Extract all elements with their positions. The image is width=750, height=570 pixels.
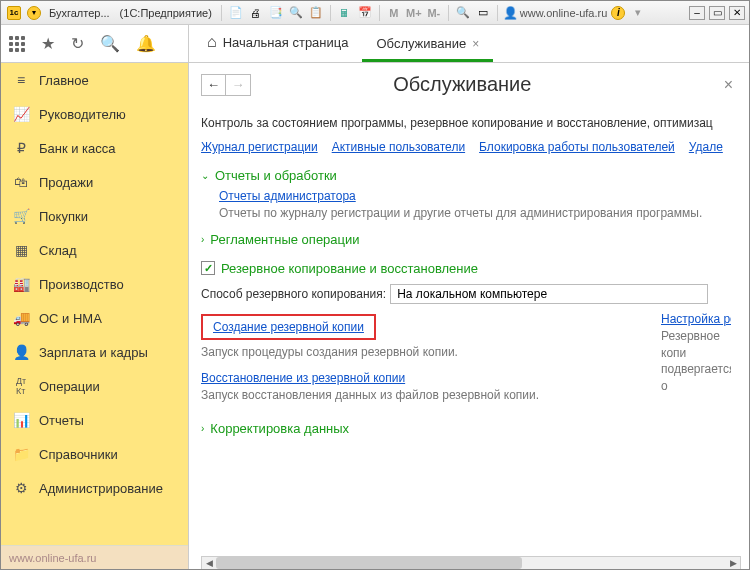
gear-icon: ⚙: [13, 480, 29, 496]
quick-links: Журнал регистрации Активные пользователи…: [201, 140, 731, 154]
page-description: Контроль за состоянием программы, резерв…: [201, 116, 731, 130]
reports-desc: Отчеты по журналу регистрации и другие о…: [219, 205, 731, 222]
sidebar-item-label: Операции: [39, 379, 100, 394]
backup-method-label: Способ резервного копирования:: [201, 287, 386, 301]
sidebar: ≡Главное 📈Руководителю ₽Банк и касса 🛍Пр…: [1, 63, 189, 570]
minimize-button[interactable]: –: [689, 6, 705, 20]
tab-label: Обслуживание: [376, 36, 466, 51]
app-logo-icon: 1c: [5, 4, 23, 22]
sidebar-item-sales[interactable]: 🛍Продажи: [1, 165, 188, 199]
sidebar-item-label: Производство: [39, 277, 124, 292]
sidebar-item-bank[interactable]: ₽Банк и касса: [1, 131, 188, 165]
calendar-icon[interactable]: 📅: [356, 4, 374, 22]
section-title: Регламентные операции: [210, 232, 359, 247]
backup-settings-desc: Резервное копи подвергается о: [661, 328, 731, 395]
content-area: ← → Обслуживание × Контроль за состояние…: [189, 63, 749, 570]
sidebar-item-purchases[interactable]: 🛒Покупки: [1, 199, 188, 233]
section-title: Корректировка данных: [210, 421, 349, 436]
tab-close-icon[interactable]: ×: [472, 37, 479, 51]
sidebar-item-label: Банк и касса: [39, 141, 116, 156]
sidebar-item-label: Зарплата и кадры: [39, 345, 148, 360]
sidebar-item-production[interactable]: 🏭Производство: [1, 267, 188, 301]
link-active-users[interactable]: Активные пользователи: [332, 140, 465, 154]
scroll-right-icon[interactable]: ▶: [726, 557, 740, 569]
person-icon: 👤: [13, 344, 29, 360]
dropdown-icon[interactable]: ▾: [629, 4, 647, 22]
toolbar-icon[interactable]: 🖨: [247, 4, 265, 22]
toolbar-icon[interactable]: 📄: [227, 4, 245, 22]
link-create-backup[interactable]: Создание резервной копии: [213, 320, 364, 334]
backup-checkbox[interactable]: ✓: [201, 261, 215, 275]
window-title: Бухгалтер...: [49, 7, 110, 19]
link-admin-reports[interactable]: Отчеты администратора: [219, 189, 356, 203]
scrollbar-horizontal[interactable]: ◀ ▶: [201, 556, 741, 570]
tab-maintenance[interactable]: Обслуживание ×: [362, 28, 493, 62]
divider: [448, 5, 449, 21]
link-user-lock[interactable]: Блокировка работы пользователей: [479, 140, 675, 154]
restore-backup-desc: Запуск восстановления данных из файлов р…: [201, 387, 641, 404]
section-reports-header[interactable]: ⌄ Отчеты и обработки: [201, 168, 731, 183]
user-icon: 👤: [503, 6, 518, 20]
search-icon[interactable]: 🔍: [100, 34, 120, 53]
sidebar-footer: www.online-ufa.ru: [1, 545, 188, 570]
preview-icon[interactable]: 🔍: [287, 4, 305, 22]
sidebar-item-main[interactable]: ≡Главное: [1, 63, 188, 97]
tabs-area: Начальная страница Обслуживание ×: [189, 25, 749, 62]
dropdown-circle-icon[interactable]: ▾: [25, 4, 43, 22]
sidebar-item-directories[interactable]: 📁Справочники: [1, 437, 188, 471]
sidebar-item-assets[interactable]: 🚚ОС и НМА: [1, 301, 188, 335]
apps-icon[interactable]: [9, 36, 25, 52]
scroll-left-icon[interactable]: ◀: [202, 557, 216, 569]
maximize-button[interactable]: ▭: [709, 6, 725, 20]
section-backup-header: ✓ Резервное копирование и восстановление: [201, 261, 731, 276]
close-button[interactable]: ✕: [729, 6, 745, 20]
sidebar-item-label: Администрирование: [39, 481, 163, 496]
link-restore-backup[interactable]: Восстановление из резервной копии: [201, 371, 405, 385]
sidebar-item-manager[interactable]: 📈Руководителю: [1, 97, 188, 131]
truck-icon: 🚚: [13, 310, 29, 326]
sidebar-item-operations[interactable]: ДтКтОперации: [1, 369, 188, 403]
m-plus-icon[interactable]: M+: [405, 4, 423, 22]
favorites-icon[interactable]: ★: [41, 34, 55, 53]
sidebar-item-salary[interactable]: 👤Зарплата и кадры: [1, 335, 188, 369]
divider: [330, 5, 331, 21]
link-registration-log[interactable]: Журнал регистрации: [201, 140, 318, 154]
cart-icon: 🛍: [13, 174, 29, 190]
top-nav: ★ ↻ 🔍 🔔 Начальная страница Обслуживание …: [1, 25, 749, 63]
sidebar-item-reports[interactable]: 📊Отчеты: [1, 403, 188, 437]
backup-method-input[interactable]: [390, 284, 708, 304]
m-icon[interactable]: M: [385, 4, 403, 22]
section-correction-header[interactable]: › Корректировка данных: [201, 421, 731, 436]
divider: [497, 5, 498, 21]
sidebar-item-warehouse[interactable]: ▦Склад: [1, 233, 188, 267]
menu-icon: ≡: [13, 72, 29, 88]
calculator-icon[interactable]: 🖩: [336, 4, 354, 22]
basket-icon: 🛒: [13, 208, 29, 224]
titlebar: 1c ▾ Бухгалтер... (1С:Предприятие) 📄 🖨 📑…: [1, 1, 749, 25]
document-icon[interactable]: 📋: [307, 4, 325, 22]
section-scheduled-header[interactable]: › Регламентные операции: [201, 232, 731, 247]
m-minus-icon[interactable]: M-: [425, 4, 443, 22]
sidebar-item-label: Отчеты: [39, 413, 84, 428]
tab-home[interactable]: Начальная страница: [193, 25, 362, 62]
link-delete[interactable]: Удале: [689, 140, 723, 154]
link-backup-settings[interactable]: Настройка резе: [661, 312, 731, 326]
folder-icon: 📁: [13, 446, 29, 462]
zoom-icon[interactable]: 🔍: [454, 4, 472, 22]
sidebar-item-label: Покупки: [39, 209, 88, 224]
sidebar-item-label: Главное: [39, 73, 89, 88]
page-title: Обслуживание: [201, 73, 724, 96]
product-name: (1С:Предприятие): [120, 7, 212, 19]
scroll-thumb[interactable]: [216, 557, 522, 569]
sidebar-item-admin[interactable]: ⚙Администрирование: [1, 471, 188, 505]
history-icon[interactable]: ↻: [71, 34, 84, 53]
chart-icon: 📈: [13, 106, 29, 122]
window-icon[interactable]: ▭: [474, 4, 492, 22]
notifications-icon[interactable]: 🔔: [136, 34, 156, 53]
close-panel-button[interactable]: ×: [724, 76, 733, 94]
create-backup-desc: Запуск процедуры создания резервной копи…: [201, 344, 641, 361]
print-icon[interactable]: 📑: [267, 4, 285, 22]
info-icon[interactable]: i: [609, 4, 627, 22]
sidebar-item-label: Склад: [39, 243, 77, 258]
chevron-right-icon: ›: [201, 234, 204, 245]
